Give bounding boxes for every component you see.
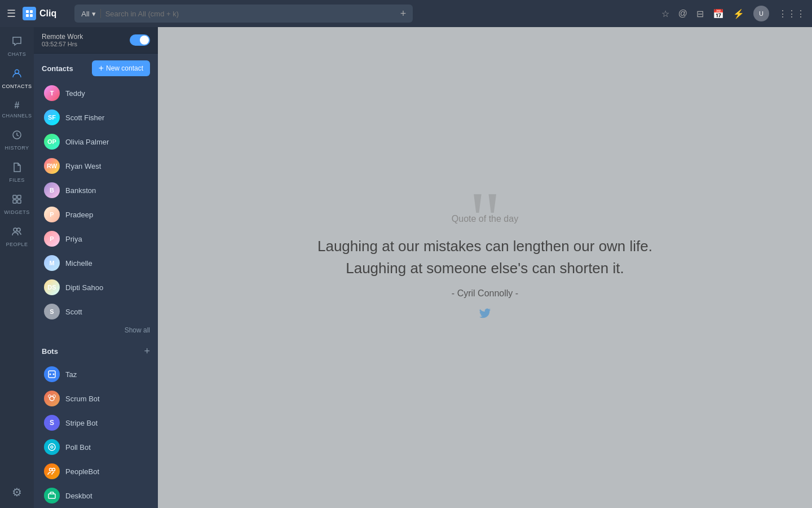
at-icon[interactable]: @ [678,8,687,19]
avatar-pradeep: P [44,207,60,222]
svg-rect-7 [17,195,21,199]
files-label: FILES [9,177,25,183]
remote-work-title: Remote Work [42,33,83,41]
svg-point-10 [14,228,17,231]
contact-item-pradeep[interactable]: P Pradeep [36,203,156,226]
history-label: HISTORY [5,145,29,151]
bot-item-stripe[interactable]: S Stripe Bot [36,411,156,435]
bot-item-scrum[interactable]: Scrum Bot [36,387,156,410]
contact-name-dipti: Dipti Sahoo [65,283,103,292]
widgets-label: WIDGETS [4,209,30,215]
contact-item-olivia[interactable]: OP Olivia Palmer [36,130,156,154]
bot-name-people: PeopleBot [65,467,99,476]
avatar-stripe: S [44,415,60,431]
avatar-teddy: T [44,85,60,101]
twitter-share-icon[interactable] [317,306,652,322]
contact-item-teddy[interactable]: T Teddy [36,81,156,105]
new-contact-label: New contact [106,64,143,72]
svg-rect-2 [26,14,29,17]
svg-rect-3 [30,14,33,17]
icon-sidebar: CHATS CONTACTS # CHANNELS HISTORY FILES … [0,27,34,508]
contacts-section-header: Contacts + New contact [34,54,158,81]
svg-rect-0 [26,10,29,13]
svg-point-13 [50,374,51,375]
add-bot-button[interactable]: + [144,345,150,357]
grid-icon[interactable]: ⋮⋮⋮ [778,8,805,19]
contact-item-michelle[interactable]: M Michelle [36,251,156,275]
contacts-section-title: Contacts [42,64,73,73]
channels-icon: # [15,100,20,111]
app-logo: Cliq [23,7,56,20]
box-icon[interactable]: ⊟ [696,8,704,19]
search-add-icon[interactable]: + [400,8,407,20]
sidebar-item-widgets[interactable]: WIDGETS [1,190,33,220]
quote-container: " Quote of the day Laughing at our mista… [317,214,652,322]
calendar-icon[interactable]: 📅 [713,8,724,19]
sidebar-item-channels[interactable]: # CHANNELS [1,96,33,123]
sidebar-item-files[interactable]: FILES [1,157,33,187]
avatar-bankston: B [44,182,60,198]
contact-item-dipti[interactable]: DS Dipti Sahoo [36,275,156,299]
sidebar-item-chats[interactable]: CHATS [1,32,33,62]
bot-item-taz[interactable]: Taz [36,362,156,386]
avatar-priya: P [44,231,60,247]
svg-point-11 [17,228,20,231]
bots-section-header: Bots + [34,339,158,362]
sidebar-item-history[interactable]: HISTORY [1,125,33,155]
avatar-scott: S [44,304,60,319]
bot-item-poll[interactable]: Poll Bot [36,435,156,459]
search-filter-dropdown[interactable]: All ▾ [81,10,95,18]
contact-item-ryan[interactable]: RW Ryan West [36,154,156,178]
user-avatar[interactable]: U [753,6,769,21]
bots-list: Taz Scrum Bot S Stripe Bot Poll Bot Peop… [34,362,158,508]
contact-name-pradeep: Pradeep [65,211,93,219]
quote-author: - Cyril Connolly - [317,288,652,299]
contact-item-priya[interactable]: P Priya [36,227,156,251]
remote-work-bar: Remote Work 03:52:57 Hrs [34,27,158,54]
svg-rect-22 [48,494,55,498]
sidebar-item-people[interactable]: PEOPLE [1,222,33,252]
svg-rect-1 [30,10,33,13]
sidebar-item-contacts[interactable]: CONTACTS [1,64,33,94]
avatar-scott-fisher: SF [44,110,60,125]
avatar-scrum [44,391,60,406]
svg-rect-8 [13,200,16,203]
bot-item-desk[interactable]: Deskbot [36,484,156,507]
avatar-ryan: RW [44,158,60,174]
svg-point-19 [51,446,53,448]
main-content-area: " Quote of the day Laughing at our mista… [158,27,812,508]
quote-text: Laughing at our mistakes can lengthen ou… [317,235,652,279]
avatar-people [44,463,60,479]
new-contact-button[interactable]: + New contact [92,60,150,76]
show-all-link[interactable]: Show all [34,324,158,339]
chats-label: CHATS [8,51,26,57]
contact-name-scott: Scott [65,308,82,316]
topbar-actions: ☆ @ ⊟ 📅 ⚡ U ⋮⋮⋮ [661,6,805,21]
contacts-list: T Teddy SF Scott Fisher OP Olivia Palmer… [34,81,158,323]
files-icon [12,162,22,175]
star-icon[interactable]: ☆ [661,8,669,19]
menu-icon[interactable]: ☰ [7,7,16,20]
contact-item-scott[interactable]: S Scott [36,300,156,323]
topbar: ☰ Cliq All ▾ + ☆ @ ⊟ 📅 ⚡ U ⋮⋮⋮ [0,0,812,27]
chevron-down-icon: ▾ [92,10,96,18]
contacts-icon [12,68,22,81]
search-input[interactable] [105,10,394,18]
logo-icon [23,7,36,20]
bot-name-scrum: Scrum Bot [65,395,100,403]
svg-point-15 [50,396,54,401]
contact-name-scott-fisher: Scott Fisher [65,113,104,122]
bot-item-people[interactable]: PeopleBot [36,459,156,483]
contacts-panel: Remote Work 03:52:57 Hrs Contacts + New … [34,27,158,508]
people-icon [12,226,22,239]
bot-name-poll: Poll Bot [65,443,91,452]
contact-item-scott-fisher[interactable]: SF Scott Fisher [36,106,156,129]
remote-work-toggle[interactable] [130,34,150,46]
contact-name-teddy: Teddy [65,89,85,98]
widgets-icon [12,194,22,207]
contact-item-bankston[interactable]: B Bankston [36,178,156,202]
bolt-icon[interactable]: ⚡ [733,8,744,19]
search-filter-label: All [81,10,89,18]
search-bar: All ▾ + [74,5,413,23]
settings-icon[interactable]: ⚙ [12,485,22,499]
